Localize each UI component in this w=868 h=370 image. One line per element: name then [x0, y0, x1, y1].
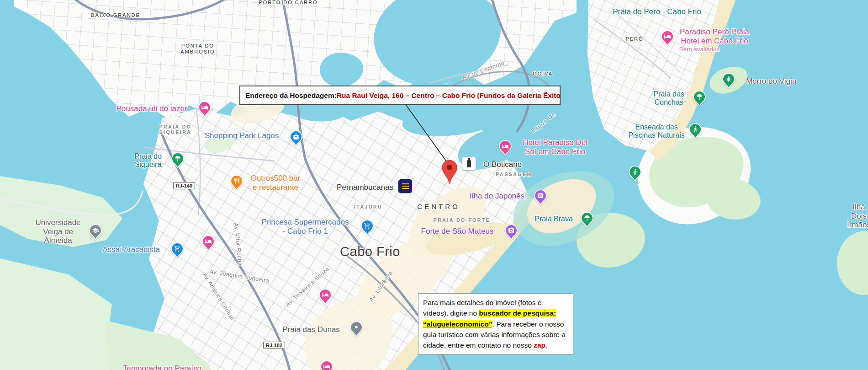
map-label-ponta-do-ambrosio: PONTA DO AMBRÓSIO — [180, 43, 215, 54]
perfume-bottle-icon — [467, 160, 471, 167]
info-text-segment: buscador de pesquisa: — [479, 309, 556, 317]
logo-stripes — [402, 183, 409, 189]
map-pin-paradiso-pero-hotel[interactable] — [661, 30, 674, 48]
map-label-universidade-veiga[interactable]: Universidade Veiga de Almeida — [35, 218, 80, 245]
map-canvas[interactable]: BAIXO GRANDEPORTO DO CARROPONTA DO AMBRÓ… — [0, 0, 868, 370]
map-label-cabo-frio-city: Cabo Frio — [340, 244, 400, 259]
map-label-praia-do-pero-cabo-frio[interactable]: Praia do Peró - Cabo Frio — [613, 7, 701, 16]
map-label-praia-das-conchas[interactable]: Praia das Conchas — [653, 90, 684, 107]
map-label-pernambucanas[interactable]: Pernambucanas — [337, 183, 393, 192]
map-label-pousada-uti-do-lazer[interactable]: Pousada uti do lazer — [116, 104, 187, 113]
map-label-morro-do-vigia[interactable]: Morro do Vigia — [746, 77, 796, 86]
map-label-praia-do-siqueira[interactable]: Praia do Siqueira — [134, 152, 162, 169]
map-label-porto-do-carro: PORTO DO CARRO — [259, 0, 318, 5]
info-box: Para mais detalhes do imóvel (fotos e ví… — [418, 293, 573, 354]
map-pin-universidade-school[interactable] — [89, 224, 102, 242]
camera-icon — [508, 228, 514, 233]
map-label-outros500-bar[interactable]: Outros500 bar e restaurante — [251, 174, 301, 192]
map-pin-morro-do-vigia-park[interactable] — [722, 73, 736, 91]
map-pin-forte-sao-mateus-photo[interactable] — [504, 224, 518, 242]
map-pin-trail-east[interactable] — [628, 166, 642, 184]
map-label-praia-do-forte: PRAIA DO FORTE — [434, 217, 490, 223]
map-label-princesa-supermercados[interactable]: Princesa Supermercados - Cabo Frio 1 — [262, 218, 349, 236]
map-pin-outros500-restaurant[interactable] — [230, 175, 243, 193]
dot-icon — [355, 326, 358, 328]
map-pin-praia-das-conchas-beach[interactable] — [693, 91, 706, 109]
info-text-segment: “alugueleconomico” — [423, 320, 492, 328]
map-label-passagem: PASSAGEM — [496, 172, 532, 177]
pernambucanas-logo-icon[interactable] — [398, 179, 412, 193]
map-label-praia-das-dunas[interactable]: Praia das Dunas — [282, 325, 340, 334]
map-label-enseada-piscinas-naturais[interactable]: Enseada das Piscinas Naturais — [628, 123, 685, 140]
map-pin-princesa-store[interactable] — [360, 220, 374, 238]
map-label-centro: CENTRO — [417, 203, 460, 210]
map-label-assai-atacadista[interactable]: Assaí Atacadista — [102, 245, 160, 254]
address-callout-label: Endereço da Hospedagem: — [245, 91, 337, 100]
map-label-ogiva: OGIVA — [533, 71, 553, 77]
map-label-hotel-paradiso-del-sol[interactable]: Hotel Paradiso Del Sol em Cabo Frio — [523, 138, 587, 156]
map-pin-praia-brava-beach[interactable] — [580, 212, 594, 230]
o-boticario-store-icon[interactable] — [462, 156, 476, 171]
map-label-bem-avaliados[interactable]: Bem avaliados — [679, 46, 720, 53]
destination-pin[interactable] — [441, 160, 458, 186]
map-label-praia-brava[interactable]: Praia Brava — [535, 215, 573, 223]
map-label-pero-district: PERÓ — [625, 36, 643, 42]
map-pin-hotel-vitor-rocha[interactable] — [201, 235, 215, 253]
info-text-segment: . — [545, 341, 547, 349]
map-pin-pousada-uti-hotel[interactable] — [198, 101, 212, 119]
map-label-baixo-grande: BAIXO GRANDE — [91, 12, 140, 18]
camera-icon — [538, 193, 543, 198]
map-pin-ilha-do-japones-photo[interactable] — [534, 189, 547, 208]
map-pin-piscinas-naturais-trail[interactable] — [688, 123, 702, 141]
map-label-praia-do-siqueira-district: PRAIA DO SIQUEIRA — [159, 124, 192, 135]
info-text-segment: zap — [534, 341, 545, 349]
map-label-ilha-do-japones[interactable]: Ilha do Japonês — [470, 192, 524, 201]
address-callout: Endereço da Hospedagem: Rua Raul Veiga, … — [239, 86, 561, 105]
map-label-o-boticario[interactable]: O Boticário — [483, 160, 522, 169]
map-pin-praia-do-siqueira-beach[interactable] — [171, 152, 185, 171]
map-label-forte-de-sao-mateus[interactable]: Forte de São Mateus — [421, 227, 494, 236]
route-badge-rj-140: RJ-140 — [173, 182, 195, 189]
map-pin-assai-store[interactable] — [170, 242, 184, 261]
map-label-itajuru: ITAJURU — [354, 204, 382, 209]
map-pin-hotel-sul[interactable] — [320, 360, 333, 370]
map-label-temporada-no-paraiso[interactable]: Temporada no Paraíso — [123, 364, 201, 370]
map-pin-hotel-paradiso-del-sol[interactable] — [498, 140, 512, 158]
map-label-ilha-dois-irmaos[interactable]: Ilha Dois Irmãos — [847, 203, 868, 230]
address-callout-value: Rua Raul Veiga, 160 – Centro – Cabo Frio… — [337, 91, 561, 100]
map-pin-hotel-teixeira[interactable] — [318, 289, 332, 307]
map-label-shopping-park-lagos[interactable]: Shopping Park Lagos — [205, 131, 279, 140]
map-pin-praia-das-dunas-spot[interactable] — [349, 321, 363, 339]
map-pin-shopping-park-lagos-mall[interactable] — [289, 130, 303, 149]
route-badge-rj-102: RJ-102 — [263, 342, 285, 349]
map-label-paradiso-pero-praia-hotel[interactable]: Paradiso Peró Praia Hotel em Cabo Frio — [680, 27, 749, 45]
